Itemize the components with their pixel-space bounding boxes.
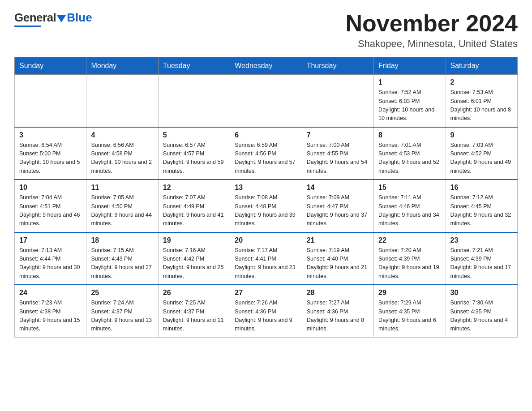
calendar-cell: 18Sunrise: 7:15 AMSunset: 4:43 PMDayligh… bbox=[86, 232, 158, 285]
calendar-cell: 21Sunrise: 7:19 AMSunset: 4:40 PMDayligh… bbox=[302, 232, 373, 285]
calendar-cell bbox=[86, 75, 158, 127]
calendar-cell: 5Sunrise: 6:57 AMSunset: 4:57 PMDaylight… bbox=[158, 127, 230, 180]
day-info: Sunrise: 7:52 AMSunset: 6:03 PMDaylight:… bbox=[378, 88, 441, 123]
calendar-cell: 28Sunrise: 7:27 AMSunset: 4:36 PMDayligh… bbox=[302, 285, 373, 337]
calendar-cell: 8Sunrise: 7:01 AMSunset: 4:53 PMDaylight… bbox=[374, 127, 446, 180]
day-info: Sunrise: 6:57 AMSunset: 4:57 PMDaylight:… bbox=[163, 141, 225, 176]
day-number: 3 bbox=[19, 131, 82, 139]
logo-blue-text: Blue bbox=[67, 11, 92, 25]
calendar-cell: 16Sunrise: 7:12 AMSunset: 4:45 PMDayligh… bbox=[446, 180, 517, 232]
day-number: 11 bbox=[91, 184, 153, 192]
day-info: Sunrise: 7:11 AMSunset: 4:46 PMDaylight:… bbox=[378, 193, 441, 228]
day-info: Sunrise: 7:19 AMSunset: 4:40 PMDaylight:… bbox=[307, 246, 369, 281]
calendar-cell: 30Sunrise: 7:30 AMSunset: 4:35 PMDayligh… bbox=[446, 285, 517, 337]
logo: General Blue bbox=[14, 11, 92, 27]
day-number: 17 bbox=[19, 236, 82, 244]
day-number: 19 bbox=[163, 236, 225, 244]
day-info: Sunrise: 7:09 AMSunset: 4:47 PMDaylight:… bbox=[307, 193, 369, 228]
day-number: 10 bbox=[19, 184, 82, 192]
day-number: 23 bbox=[450, 236, 513, 244]
day-info: Sunrise: 7:25 AMSunset: 4:37 PMDaylight:… bbox=[163, 299, 225, 334]
location-title: Shakopee, Minnesota, United States bbox=[346, 38, 518, 50]
day-number: 27 bbox=[235, 289, 297, 297]
logo-blue-part: Blue bbox=[56, 11, 92, 25]
calendar-week-row: 24Sunrise: 7:23 AMSunset: 4:38 PMDayligh… bbox=[15, 285, 518, 337]
weekday-header-sunday: Sunday bbox=[15, 57, 86, 75]
day-info: Sunrise: 7:01 AMSunset: 4:53 PMDaylight:… bbox=[378, 141, 441, 176]
calendar-cell: 27Sunrise: 7:26 AMSunset: 4:36 PMDayligh… bbox=[230, 285, 302, 337]
calendar-cell: 23Sunrise: 7:21 AMSunset: 4:39 PMDayligh… bbox=[446, 232, 517, 285]
day-info: Sunrise: 6:54 AMSunset: 5:00 PMDaylight:… bbox=[19, 141, 82, 176]
calendar-cell: 25Sunrise: 7:24 AMSunset: 4:37 PMDayligh… bbox=[86, 285, 158, 337]
day-number: 1 bbox=[378, 78, 441, 86]
calendar-cell: 17Sunrise: 7:13 AMSunset: 4:44 PMDayligh… bbox=[15, 232, 86, 285]
calendar-cell: 13Sunrise: 7:08 AMSunset: 4:48 PMDayligh… bbox=[230, 180, 302, 232]
logo-triangle-icon bbox=[57, 15, 66, 22]
day-number: 6 bbox=[235, 131, 297, 139]
day-info: Sunrise: 7:00 AMSunset: 4:55 PMDaylight:… bbox=[307, 141, 369, 176]
day-info: Sunrise: 7:53 AMSunset: 6:01 PMDaylight:… bbox=[450, 88, 513, 123]
calendar-cell: 24Sunrise: 7:23 AMSunset: 4:38 PMDayligh… bbox=[15, 285, 86, 337]
day-number: 15 bbox=[378, 184, 441, 192]
calendar-cell: 14Sunrise: 7:09 AMSunset: 4:47 PMDayligh… bbox=[302, 180, 373, 232]
day-number: 12 bbox=[163, 184, 225, 192]
logo-underline bbox=[14, 26, 41, 27]
day-info: Sunrise: 7:24 AMSunset: 4:37 PMDaylight:… bbox=[91, 299, 153, 334]
weekday-header-thursday: Thursday bbox=[302, 57, 373, 75]
calendar-cell bbox=[15, 75, 86, 127]
day-info: Sunrise: 7:30 AMSunset: 4:35 PMDaylight:… bbox=[450, 299, 513, 334]
month-title: November 2024 bbox=[346, 11, 518, 36]
day-info: Sunrise: 7:26 AMSunset: 4:36 PMDaylight:… bbox=[235, 299, 297, 334]
calendar-cell: 3Sunrise: 6:54 AMSunset: 5:00 PMDaylight… bbox=[15, 127, 86, 180]
day-number: 30 bbox=[450, 289, 513, 297]
calendar-cell: 20Sunrise: 7:17 AMSunset: 4:41 PMDayligh… bbox=[230, 232, 302, 285]
calendar-week-row: 3Sunrise: 6:54 AMSunset: 5:00 PMDaylight… bbox=[15, 127, 518, 180]
day-number: 2 bbox=[450, 78, 513, 86]
day-info: Sunrise: 7:15 AMSunset: 4:43 PMDaylight:… bbox=[91, 246, 153, 281]
day-info: Sunrise: 7:04 AMSunset: 4:51 PMDaylight:… bbox=[19, 193, 82, 228]
day-number: 24 bbox=[19, 289, 82, 297]
day-number: 28 bbox=[307, 289, 369, 297]
day-info: Sunrise: 7:27 AMSunset: 4:36 PMDaylight:… bbox=[307, 299, 369, 334]
day-info: Sunrise: 7:16 AMSunset: 4:42 PMDaylight:… bbox=[163, 246, 225, 281]
weekday-header-saturday: Saturday bbox=[446, 57, 517, 75]
header: General Blue November 2024 Shakopee, Min… bbox=[14, 11, 518, 50]
day-number: 5 bbox=[163, 131, 225, 139]
day-info: Sunrise: 7:08 AMSunset: 4:48 PMDaylight:… bbox=[235, 193, 297, 228]
day-number: 22 bbox=[378, 236, 441, 244]
day-number: 21 bbox=[307, 236, 369, 244]
day-number: 20 bbox=[235, 236, 297, 244]
day-number: 4 bbox=[91, 131, 153, 139]
day-info: Sunrise: 7:17 AMSunset: 4:41 PMDaylight:… bbox=[235, 246, 297, 281]
day-info: Sunrise: 7:07 AMSunset: 4:49 PMDaylight:… bbox=[163, 193, 225, 228]
calendar-cell bbox=[302, 75, 373, 127]
day-info: Sunrise: 7:23 AMSunset: 4:38 PMDaylight:… bbox=[19, 299, 82, 334]
title-area: November 2024 Shakopee, Minnesota, Unite… bbox=[346, 11, 518, 50]
calendar-cell bbox=[158, 75, 230, 127]
calendar-cell: 10Sunrise: 7:04 AMSunset: 4:51 PMDayligh… bbox=[15, 180, 86, 232]
calendar-week-row: 1Sunrise: 7:52 AMSunset: 6:03 PMDaylight… bbox=[15, 75, 518, 127]
day-number: 7 bbox=[307, 131, 369, 139]
weekday-header-tuesday: Tuesday bbox=[158, 57, 230, 75]
calendar-cell: 9Sunrise: 7:03 AMSunset: 4:52 PMDaylight… bbox=[446, 127, 517, 180]
weekday-header-row: SundayMondayTuesdayWednesdayThursdayFrid… bbox=[15, 57, 518, 75]
day-info: Sunrise: 7:05 AMSunset: 4:50 PMDaylight:… bbox=[91, 193, 153, 228]
day-number: 29 bbox=[378, 289, 441, 297]
calendar-cell: 19Sunrise: 7:16 AMSunset: 4:42 PMDayligh… bbox=[158, 232, 230, 285]
day-number: 9 bbox=[450, 131, 513, 139]
day-number: 8 bbox=[378, 131, 441, 139]
calendar-cell: 22Sunrise: 7:20 AMSunset: 4:39 PMDayligh… bbox=[374, 232, 446, 285]
calendar-cell: 29Sunrise: 7:29 AMSunset: 4:35 PMDayligh… bbox=[374, 285, 446, 337]
calendar-cell: 12Sunrise: 7:07 AMSunset: 4:49 PMDayligh… bbox=[158, 180, 230, 232]
weekday-header-friday: Friday bbox=[374, 57, 446, 75]
day-info: Sunrise: 7:03 AMSunset: 4:52 PMDaylight:… bbox=[450, 141, 513, 176]
calendar-cell: 4Sunrise: 6:56 AMSunset: 4:58 PMDaylight… bbox=[86, 127, 158, 180]
day-number: 16 bbox=[450, 184, 513, 192]
calendar-cell bbox=[230, 75, 302, 127]
weekday-header-monday: Monday bbox=[86, 57, 158, 75]
weekday-header-wednesday: Wednesday bbox=[230, 57, 302, 75]
day-number: 18 bbox=[91, 236, 153, 244]
day-info: Sunrise: 7:21 AMSunset: 4:39 PMDaylight:… bbox=[450, 246, 513, 281]
calendar-week-row: 17Sunrise: 7:13 AMSunset: 4:44 PMDayligh… bbox=[15, 232, 518, 285]
calendar-cell: 1Sunrise: 7:52 AMSunset: 6:03 PMDaylight… bbox=[374, 75, 446, 127]
